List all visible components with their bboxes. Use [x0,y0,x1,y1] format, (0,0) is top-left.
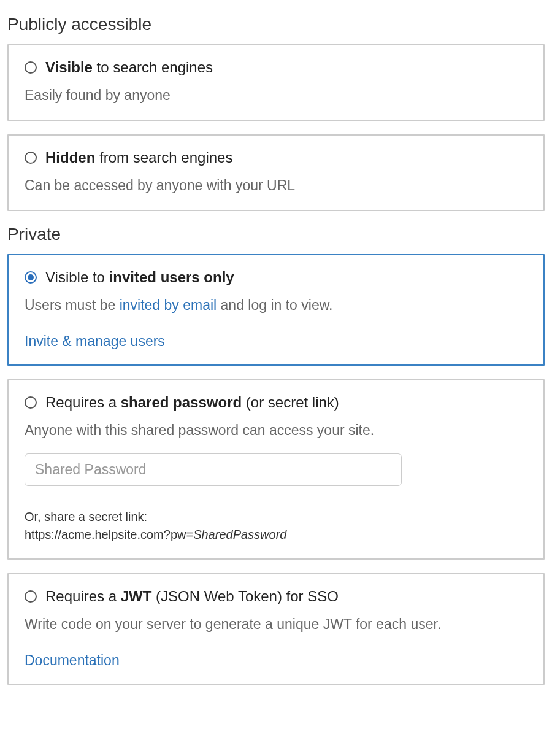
desc-after: and log in to view. [217,297,332,313]
option-title-prefix: Requires a [45,394,121,411]
option-title: Requires a JWT (JSON Web Token) for SSO [45,588,339,606]
option-title: Hidden from search engines [45,149,232,167]
option-hidden-search[interactable]: Hidden from search engines Can be access… [7,134,545,211]
option-desc: Easily found by anyone [25,85,527,105]
radio-hidden-search[interactable] [25,152,37,164]
secret-link-url: https://acme.helpsite.com?pw=SharedPassw… [25,526,527,544]
shared-password-input[interactable] [25,453,402,486]
invite-manage-users-link[interactable]: Invite & manage users [25,333,165,350]
option-shared-password[interactable]: Requires a shared password (or secret li… [7,379,545,560]
option-title-prefix: Requires a [45,588,121,604]
radio-visible-search[interactable] [25,61,37,74]
option-title-rest: from search engines [95,149,232,166]
option-desc: Can be accessed by anyone with your URL [25,176,527,195]
invited-by-email-link[interactable]: invited by email [120,297,217,313]
option-title: Requires a shared password (or secret li… [45,394,339,412]
radio-jwt[interactable] [25,590,37,603]
option-title-bold: JWT [121,588,152,604]
option-title-rest: to search engines [93,59,213,75]
option-title-bold: Visible [45,59,93,75]
secret-url-base: https://acme.helpsite.com?pw= [25,528,193,541]
secret-url-pw: SharedPassword [193,528,286,541]
option-title-prefix: Visible to [45,269,109,285]
option-title: Visible to invited users only [45,269,234,287]
option-title-suffix: (JSON Web Token) for SSO [151,588,339,604]
section-title-private: Private [7,225,545,244]
option-visible-search[interactable]: Visible to search engines Easily found b… [7,44,545,121]
desc-before: Users must be [25,297,120,313]
option-title-bold: shared password [121,394,242,411]
documentation-link[interactable]: Documentation [25,652,120,669]
option-desc: Anyone with this shared password can acc… [25,420,527,440]
option-desc: Write code on your server to generate a … [25,614,527,634]
radio-invited-only[interactable] [25,271,37,284]
option-title: Visible to search engines [45,59,213,77]
section-title-public: Publicly accessible [7,15,545,34]
option-desc: Users must be invited by email and log i… [25,295,527,315]
option-title-bold: Hidden [45,149,95,166]
radio-shared-password[interactable] [25,396,37,409]
option-jwt[interactable]: Requires a JWT (JSON Web Token) for SSO … [7,573,545,685]
option-title-suffix: (or secret link) [242,394,339,411]
option-title-bold: invited users only [109,269,234,285]
option-invited-only[interactable]: Visible to invited users only Users must… [7,254,545,366]
secret-link-label: Or, share a secret link: [25,508,527,526]
